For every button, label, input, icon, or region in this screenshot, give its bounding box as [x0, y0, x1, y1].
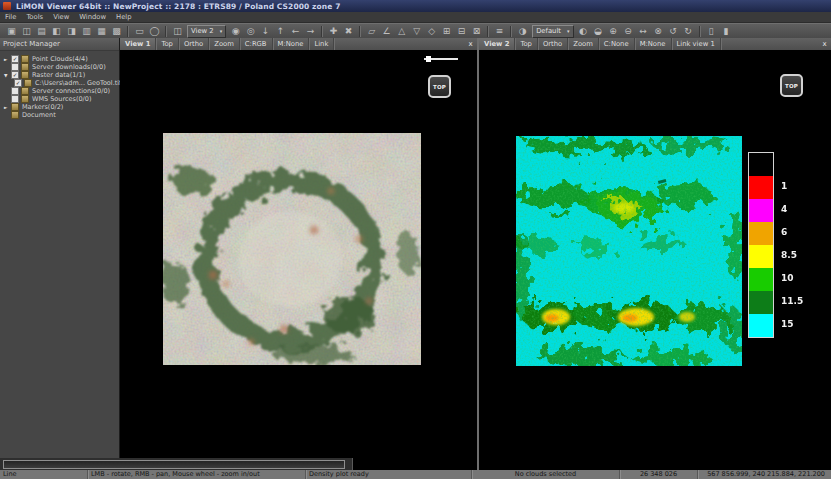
angle-icon[interactable]: ∠: [379, 25, 394, 38]
checkbox[interactable]: ✓: [11, 71, 19, 79]
classify-icon[interactable]: ⊟: [454, 25, 469, 38]
filter-icon[interactable]: ⊠: [469, 25, 484, 38]
profile-icon[interactable]: △: [394, 25, 409, 38]
select-rect-icon[interactable]: ▭: [132, 25, 147, 38]
view2-close-icon[interactable]: x: [818, 38, 831, 50]
menu-tools[interactable]: Tools: [21, 12, 48, 22]
view1-viewport[interactable]: TOP: [120, 50, 477, 470]
app-window: LiMON Viewer 64bit :: NewProject :: 2178…: [0, 0, 831, 479]
scale-knob[interactable]: [426, 56, 431, 62]
color-mode-icon[interactable]: ◑: [515, 25, 530, 38]
tab-view2-color[interactable]: C:None: [599, 38, 635, 50]
tab-view1-zoom[interactable]: Zoom: [209, 38, 240, 50]
fit-view-icon[interactable]: ◎: [243, 25, 258, 38]
legend-label: 1: [781, 175, 803, 198]
legend-swatch: [749, 176, 773, 199]
legend-label: 8.5: [781, 244, 803, 267]
copy-view-icon[interactable]: ▥: [79, 25, 94, 38]
layers-icon[interactable]: ▦: [94, 25, 109, 38]
tab-view1-color[interactable]: C:RGB: [240, 38, 273, 50]
project-tree: ► ✓ Point Clouds(4/4) Server downloads(0…: [0, 51, 119, 119]
menu-window[interactable]: Window: [74, 12, 111, 22]
zoom-in-icon[interactable]: ⊕: [606, 25, 621, 38]
tab-view1-mode[interactable]: M:None: [273, 38, 310, 50]
print-icon[interactable]: ▩: [109, 25, 124, 38]
tab-view1[interactable]: View 1: [120, 38, 156, 50]
undo-icon[interactable]: ↺: [666, 25, 681, 38]
save-project-icon[interactable]: ▤: [34, 25, 49, 38]
tab-view2-zoom[interactable]: Zoom: [568, 38, 599, 50]
tree-item-raster-file[interactable]: ✓ C:\Users\adm... GeoTool.tif: [0, 79, 119, 87]
view1-close-icon[interactable]: x: [464, 38, 477, 50]
menu-help[interactable]: Help: [111, 12, 137, 22]
tree-item-label: Document: [22, 111, 56, 119]
checkbox[interactable]: ✓: [14, 79, 22, 87]
view1-panel: View 1 Top Ortho Zoom C:RGB M:None Link …: [120, 38, 477, 470]
brightness-icon[interactable]: ◐: [576, 25, 591, 38]
pan-right-icon[interactable]: →: [303, 25, 318, 38]
section-icon[interactable]: ▽: [409, 25, 424, 38]
view2-top-orientation-button[interactable]: TOP: [780, 74, 803, 97]
project-manager-title: Project Manager: [0, 38, 119, 51]
polygon-icon[interactable]: ◇: [424, 25, 439, 38]
ruler-icon[interactable]: ▱: [364, 25, 379, 38]
export-data-icon[interactable]: ◨: [64, 25, 79, 38]
tree-item-server-downloads[interactable]: Server downloads(0/0): [0, 63, 119, 71]
tree-item-markers[interactable]: ► Markers(0/2): [0, 103, 119, 111]
tree-item-document[interactable]: Document: [0, 111, 119, 119]
active-view-dropdown[interactable]: View 2 ▾: [187, 25, 226, 38]
tools-icon[interactable]: ⊗: [651, 25, 666, 38]
profile-dropdown[interactable]: Default ▾: [532, 25, 573, 38]
status-mouse-hint: LMB - rotate, RMB - pan, Mouse wheel - z…: [88, 470, 306, 479]
tab-view2-mode[interactable]: M:None: [635, 38, 672, 50]
pan-up-icon[interactable]: ↑: [273, 25, 288, 38]
tree-item-point-clouds[interactable]: ► ✓ Point Clouds(4/4): [0, 55, 119, 63]
pick-point-icon[interactable]: ✚: [326, 25, 341, 38]
select-circle-icon[interactable]: ◯: [147, 25, 162, 38]
orthophoto-image[interactable]: [163, 133, 421, 365]
tab-view1-ortho[interactable]: Ortho: [179, 38, 209, 50]
checkbox[interactable]: [11, 87, 19, 95]
view1-top-orientation-button[interactable]: TOP: [428, 75, 451, 98]
redo-icon[interactable]: ↻: [681, 25, 696, 38]
contrast-icon[interactable]: ◒: [591, 25, 606, 38]
tab-view2-ortho[interactable]: Ortho: [538, 38, 568, 50]
split-view-icon[interactable]: ▯: [704, 25, 719, 38]
menu-file[interactable]: File: [0, 12, 21, 22]
active-view-value: View 2: [191, 27, 214, 35]
expand-arrow-icon[interactable]: ►: [4, 57, 11, 62]
scale-slider[interactable]: [424, 56, 458, 62]
expand-arrow-icon[interactable]: ►: [4, 105, 11, 110]
tree-item-server-connections[interactable]: Server connections(0/0): [0, 87, 119, 95]
tab-view1-link[interactable]: Link: [309, 38, 334, 50]
camera-icon[interactable]: ◉: [228, 25, 243, 38]
pan-down-icon[interactable]: ↓: [258, 25, 273, 38]
pan-left-icon[interactable]: ←: [288, 25, 303, 38]
legend-swatch: [749, 245, 773, 268]
erase-icon[interactable]: ✖: [341, 25, 356, 38]
checkbox[interactable]: ✓: [11, 55, 19, 63]
open-project-icon[interactable]: ◫: [19, 25, 34, 38]
main-toolbar: ▣ ◫ ▤ ◧ ◨ ▥ ▦ ▩ ▭ ◯ ◫ View 2 ▾ ◉ ◎ ↓ ↑ ←…: [0, 23, 831, 38]
new-project-icon[interactable]: ▣: [4, 25, 19, 38]
zoom-out-icon[interactable]: ⊖: [621, 25, 636, 38]
tree-item-wms-sources[interactable]: WMS Sources(0/0): [0, 95, 119, 103]
view2-viewport[interactable]: TOP: [479, 50, 831, 470]
tab-view2-link[interactable]: Link view 1: [672, 38, 721, 50]
import-data-icon[interactable]: ◧: [49, 25, 64, 38]
density-plot-image[interactable]: [516, 136, 742, 366]
menu-view[interactable]: View: [48, 12, 74, 22]
tree-item-raster-data[interactable]: ▼ ✓ Raster data(1/1): [0, 71, 119, 79]
density-tool-icon[interactable]: ⊞: [439, 25, 454, 38]
tab-view2-top[interactable]: Top: [515, 38, 537, 50]
checkbox[interactable]: [11, 63, 19, 71]
link-views-icon[interactable]: ▮: [719, 25, 734, 38]
tab-view2[interactable]: View 2: [479, 38, 515, 50]
layer-icon: [21, 87, 29, 95]
list-icon[interactable]: ≡: [492, 25, 507, 38]
reset-view-icon[interactable]: ↔: [636, 25, 651, 38]
view-layout-icon[interactable]: ◫: [170, 25, 185, 38]
tab-view1-top[interactable]: Top: [156, 38, 178, 50]
expand-arrow-icon[interactable]: ▼: [4, 73, 11, 78]
checkbox[interactable]: [11, 95, 19, 103]
